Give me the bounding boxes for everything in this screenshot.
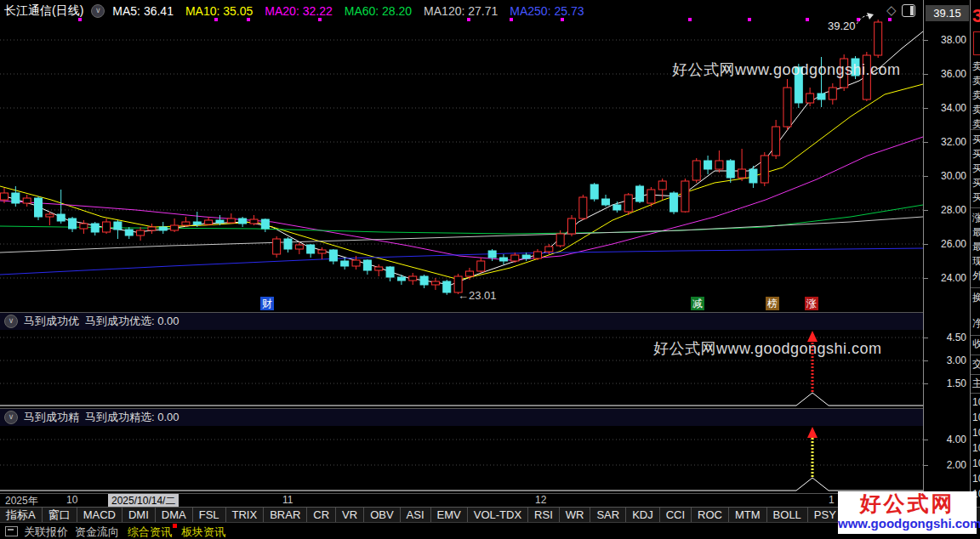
quote-row[interactable]: 最高 <box>972 225 980 240</box>
candle-body <box>409 276 417 281</box>
candle-body <box>692 161 700 180</box>
candle-up <box>431 278 439 290</box>
quote-row[interactable]: 10: <box>972 457 980 469</box>
chevron-down-icon[interactable]: ∨ <box>91 4 105 18</box>
chevron-down-icon[interactable]: ∨ <box>4 315 18 328</box>
quote-row[interactable]: 10: <box>972 396 980 408</box>
quote-row[interactable]: 买3 <box>972 162 980 176</box>
window-icon[interactable] <box>5 526 18 536</box>
candle-body <box>511 255 519 261</box>
tab-DMA[interactable]: DMA <box>156 508 193 522</box>
tab-RSI[interactable]: RSI <box>528 508 560 522</box>
tab-ROC[interactable]: ROC <box>692 508 729 522</box>
quote-row[interactable]: 最低 <box>972 240 980 254</box>
quote-row[interactable]: 涨停 <box>972 211 980 225</box>
ma5-readout: MA5: 36.41 <box>112 4 174 18</box>
candle-up <box>579 195 587 220</box>
tab-BRAR[interactable]: BRAR <box>264 508 307 522</box>
quote-row[interactable]: 现量 <box>972 254 980 269</box>
chart-header: 长江通信(日线) ∨ MA5: 36.41MA10: 35.05MA20: 32… <box>0 0 923 22</box>
candle-down <box>636 184 644 203</box>
panel2-header[interactable]: ∨ 马到成功精 马到成功精选: 0.00 <box>0 409 923 426</box>
tab-MTM[interactable]: MTM <box>729 508 767 522</box>
tab-VR[interactable]: VR <box>336 508 364 522</box>
candle-body <box>69 218 77 229</box>
tab-BOLL[interactable]: BOLL <box>767 508 808 522</box>
diamond-icon[interactable]: ◇ <box>886 3 897 18</box>
status-item-资金流向[interactable]: 资金流向 <box>75 525 119 539</box>
tab-SAR[interactable]: SAR <box>590 508 626 522</box>
tab-FSL[interactable]: FSL <box>193 508 226 522</box>
candle-body <box>341 261 349 266</box>
indicator-axis-label: 4.00 <box>947 434 966 445</box>
candle-body <box>12 193 20 203</box>
quote-row[interactable]: 收益 <box>972 337 980 351</box>
candle-down <box>341 258 349 270</box>
candle-body <box>80 224 88 229</box>
event-tag[interactable]: 涨 <box>805 297 818 310</box>
candle-body <box>726 161 734 178</box>
indicator-axis-label: 2.00 <box>947 459 966 471</box>
event-tag[interactable]: 财 <box>260 297 274 310</box>
price-axis-tick <box>924 440 928 440</box>
quote-divider <box>971 287 980 288</box>
event-tag[interactable]: 榜 <box>766 297 779 310</box>
quote-row[interactable]: 10: <box>972 442 980 454</box>
tab-KDJ[interactable]: KDJ <box>626 508 660 522</box>
candle-up <box>46 212 54 225</box>
tab-指标A[interactable]: 指标A <box>0 508 43 522</box>
watermark-text: 好公式网www.goodgongshi.com <box>653 338 882 359</box>
candle-down <box>363 259 371 275</box>
quote-row[interactable]: 买5 <box>972 190 980 205</box>
quote-row[interactable]: 10: <box>972 427 980 439</box>
quote-row[interactable]: 买4 <box>972 176 980 190</box>
quote-row[interactable]: 净量 <box>972 316 980 331</box>
status-item-关联报价[interactable]: 关联报价 <box>24 525 68 539</box>
tab-TRIX[interactable]: TRIX <box>226 508 265 522</box>
tab-ASI[interactable]: ASI <box>401 508 431 522</box>
quote-row[interactable]: 主力 <box>972 377 980 391</box>
quote-row[interactable]: 10: <box>972 411 980 423</box>
quote-row[interactable]: 换手 <box>972 291 980 305</box>
candle-down <box>670 191 678 214</box>
tab-CCI[interactable]: CCI <box>660 508 692 522</box>
tab-CR[interactable]: CR <box>307 508 336 522</box>
candle-up <box>624 193 632 215</box>
quote-row[interactable]: 卖5 <box>972 60 980 74</box>
status-item-板块资讯[interactable]: 板块资讯 <box>181 525 225 539</box>
price-axis-tick <box>924 40 928 41</box>
candle-body <box>602 199 610 205</box>
quote-row[interactable]: 外盘 <box>972 269 980 283</box>
candle-up <box>692 158 700 183</box>
split-layout-icon[interactable] <box>902 4 915 17</box>
candle-body <box>465 271 473 276</box>
tab-EMV[interactable]: EMV <box>431 508 468 522</box>
status-item-综合资讯[interactable]: 综合资讯 <box>128 525 172 539</box>
quote-row[interactable]: 买1 <box>972 133 980 147</box>
candle-up <box>103 218 111 234</box>
date-axis-label: 1 <box>829 494 835 506</box>
price-axis-label: 32.00 <box>941 136 966 148</box>
candle-up <box>375 264 383 276</box>
quote-row[interactable]: 卖2 <box>972 103 980 117</box>
candle-up <box>772 120 780 159</box>
quote-panel-clipped[interactable]: 38 卖5卖4卖3卖2卖1买1买2买3买4买5涨停最高最低现量外盘换手净量收益交… <box>970 0 980 507</box>
quote-row[interactable]: 卖4 <box>972 74 980 88</box>
chevron-down-icon[interactable]: ∨ <box>4 411 18 424</box>
quote-row[interactable]: 交易 <box>972 357 980 372</box>
candle-down <box>239 217 247 227</box>
candle-down <box>590 183 598 201</box>
tab-OBV[interactable]: OBV <box>364 508 400 522</box>
panel1-header[interactable]: ∨ 马到成功优 马到成功优选: 0.00 <box>0 313 923 330</box>
quote-row[interactable]: 买2 <box>972 147 980 162</box>
tab-WR[interactable]: WR <box>560 508 591 522</box>
tab-VOL-TDX[interactable]: VOL-TDX <box>468 508 528 522</box>
quote-row[interactable]: 10: <box>972 473 980 485</box>
tab-DMI[interactable]: DMI <box>122 508 156 522</box>
candle-up <box>80 220 88 234</box>
tab-窗口[interactable]: 窗口 <box>43 508 77 522</box>
event-tag[interactable]: 减 <box>691 297 704 310</box>
stock-title: 长江通信(日线) <box>4 3 83 19</box>
quote-row[interactable]: 卖3 <box>972 88 980 103</box>
tab-MACD[interactable]: MACD <box>77 508 122 522</box>
